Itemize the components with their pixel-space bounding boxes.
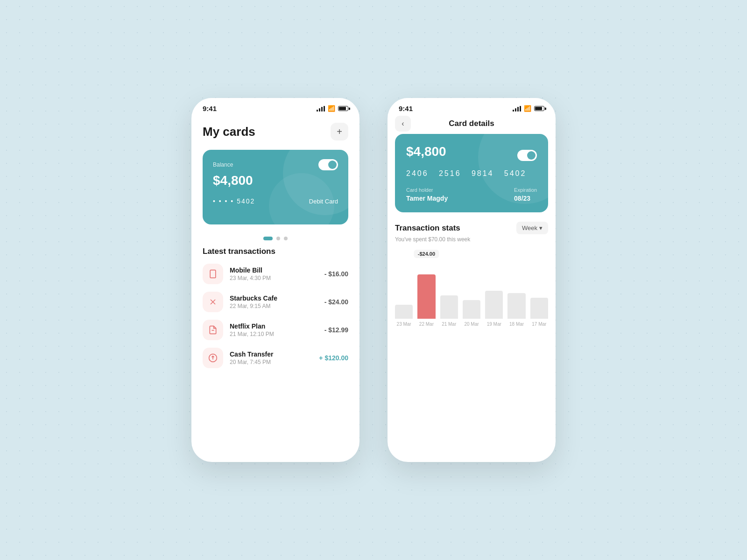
- bar-chart: 23 Mar-$24.0022 Mar21 Mar20 Mar19 Mar18 …: [395, 252, 548, 327]
- card-container: Balance $4,800 • • • • 5402 Debit Card: [203, 150, 348, 224]
- netflix-info: Netflix Plan 21 Mar, 12:10 PM: [230, 322, 318, 337]
- bar-label-6: 17 Mar: [532, 322, 546, 327]
- transaction-item[interactable]: Starbucks Cafe 22 Mar, 9:15 AM - $24.00: [203, 292, 348, 312]
- bar-column-1: -$24.0022 Mar: [417, 263, 435, 327]
- expiration-value: 08/23: [514, 195, 537, 202]
- card-balance: $4,800: [213, 173, 338, 188]
- bar-normal: [440, 295, 458, 319]
- cardholder-name: Tamer Magdy: [406, 195, 448, 202]
- bar-label-0: 23 Mar: [397, 322, 411, 327]
- bar-normal: [395, 305, 413, 319]
- status-icons-2: 📶: [513, 105, 544, 112]
- bar-label-4: 19 Mar: [487, 322, 501, 327]
- cardholder-label: Card holder: [406, 187, 448, 193]
- cardholder-info: Card holder Tamer Magdy: [406, 187, 448, 202]
- starbucks-icon: [203, 292, 223, 312]
- stats-title: Transaction stats: [395, 224, 460, 233]
- status-bar-1: 9:41 📶: [191, 98, 359, 115]
- wifi-icon-2: 📶: [524, 105, 531, 112]
- signal-icon-1: [317, 106, 325, 112]
- dot-2[interactable]: [276, 237, 280, 240]
- card-detail-toggle[interactable]: [517, 150, 537, 161]
- phone-my-cards: 9:41 📶 My cards + Balance $4,800: [191, 98, 359, 462]
- bank-card[interactable]: Balance $4,800 • • • • 5402 Debit Card: [203, 150, 348, 224]
- stats-header: Transaction stats Week ▾: [395, 222, 548, 234]
- tx-date-2: 21 Mar, 12:10 PM: [230, 331, 318, 337]
- page-header: My cards +: [203, 115, 348, 150]
- bar-column-3: 20 Mar: [463, 263, 480, 327]
- battery-icon-2: [534, 106, 544, 111]
- tx-amount-1: - $24.00: [324, 298, 348, 306]
- mobile-bill-info: Mobile Bill 23 Mar, 4:30 PM: [230, 266, 318, 281]
- card-top: Balance: [213, 159, 338, 170]
- mobile-bill-icon: [203, 264, 223, 284]
- stats-subtitle: You've spent $70.00 this week: [395, 236, 548, 243]
- dot-3[interactable]: [284, 237, 288, 240]
- svg-rect-0: [210, 270, 216, 278]
- tx-name-1: Starbucks Cafe: [230, 294, 318, 302]
- dot-1[interactable]: [263, 237, 273, 240]
- bar-normal: [463, 300, 480, 319]
- add-card-button[interactable]: +: [331, 123, 348, 140]
- bar-label-5: 18 Mar: [509, 322, 524, 327]
- bar-label-1: 22 Mar: [419, 322, 434, 327]
- status-time-2: 9:41: [399, 105, 413, 112]
- transactions-title: Latest transactions: [203, 247, 348, 256]
- cash-transfer-info: Cash Transfer 20 Mar, 7:45 PM: [230, 350, 312, 365]
- tx-name-3: Cash Transfer: [230, 350, 312, 358]
- card-pagination-dots: [203, 232, 348, 242]
- bar-label-2: 21 Mar: [442, 322, 456, 327]
- page-title: My cards: [203, 125, 255, 139]
- card-toggle[interactable]: [318, 159, 338, 170]
- starbucks-info: Starbucks Cafe 22 Mar, 9:15 AM: [230, 294, 318, 309]
- card-detail[interactable]: $4,800 2406 2516 9814 5402 Card holder T…: [395, 134, 548, 212]
- week-selector-label: Week: [522, 224, 537, 231]
- bar-normal: [530, 298, 548, 319]
- transaction-list: Mobile Bill 23 Mar, 4:30 PM - $16.00 Sta…: [203, 264, 348, 368]
- tx-date-0: 23 Mar, 4:30 PM: [230, 275, 318, 281]
- card-type: Debit Card: [309, 198, 338, 205]
- chevron-down-icon: ▾: [539, 224, 543, 231]
- phone2-content: ‹ Card details $4,800 2406 2516 9814 540…: [388, 115, 556, 459]
- expiration-info: Expiration 08/23: [514, 187, 537, 202]
- bar-label-3: 20 Mar: [464, 322, 479, 327]
- card-detail-top: $4,800: [406, 144, 537, 167]
- back-button[interactable]: ‹: [395, 116, 411, 132]
- bar-column-0: 23 Mar: [395, 263, 413, 327]
- stats-section: Transaction stats Week ▾ You've spent $7…: [388, 222, 556, 327]
- card-detail-footer: Card holder Tamer Magdy Expiration 08/23: [406, 187, 537, 202]
- bar-column-4: 19 Mar: [485, 263, 503, 327]
- tx-name-2: Netflix Plan: [230, 322, 318, 330]
- status-bar-2: 9:41 📶: [388, 98, 556, 115]
- status-time-1: 9:41: [203, 105, 217, 112]
- signal-icon-2: [513, 106, 521, 112]
- nav-bar: ‹ Card details: [388, 115, 556, 134]
- transaction-item[interactable]: Netflix Plan 21 Mar, 12:10 PM - $12.99: [203, 320, 348, 340]
- nav-title: Card details: [449, 119, 494, 128]
- tx-name-0: Mobile Bill: [230, 266, 318, 274]
- tx-amount-0: - $16.00: [324, 270, 348, 278]
- phone-card-details: 9:41 📶 ‹ Card details $4,800 2406 25: [388, 98, 556, 462]
- balance-label: Balance: [213, 161, 233, 168]
- week-selector-button[interactable]: Week ▾: [516, 222, 548, 234]
- bar-normal: [485, 291, 503, 319]
- card-bottom: • • • • 5402 Debit Card: [213, 197, 338, 205]
- phone1-content: My cards + Balance $4,800 • • • • 5402 D…: [191, 115, 359, 459]
- wifi-icon-1: 📶: [328, 105, 335, 112]
- bar-column-6: 17 Mar: [530, 263, 548, 327]
- tx-date-1: 22 Mar, 9:15 AM: [230, 303, 318, 309]
- bar-tooltip: -$24.00: [414, 250, 439, 258]
- tx-date-3: 20 Mar, 7:45 PM: [230, 359, 312, 365]
- status-icons-1: 📶: [317, 105, 348, 112]
- bar-column-2: 21 Mar: [440, 263, 458, 327]
- card-detail-number: 2406 2516 9814 5402: [406, 169, 537, 178]
- tx-amount-2: - $12.99: [324, 326, 348, 334]
- home-indicator-2: [388, 459, 556, 462]
- transaction-item[interactable]: Mobile Bill 23 Mar, 4:30 PM - $16.00: [203, 264, 348, 284]
- card-detail-balance: $4,800: [406, 144, 446, 159]
- cash-transfer-icon: [203, 348, 223, 368]
- home-indicator-1: [191, 459, 359, 462]
- transaction-item[interactable]: Cash Transfer 20 Mar, 7:45 PM + $120.00: [203, 348, 348, 368]
- card-number: • • • • 5402: [213, 197, 255, 205]
- bar-column-5: 18 Mar: [507, 263, 525, 327]
